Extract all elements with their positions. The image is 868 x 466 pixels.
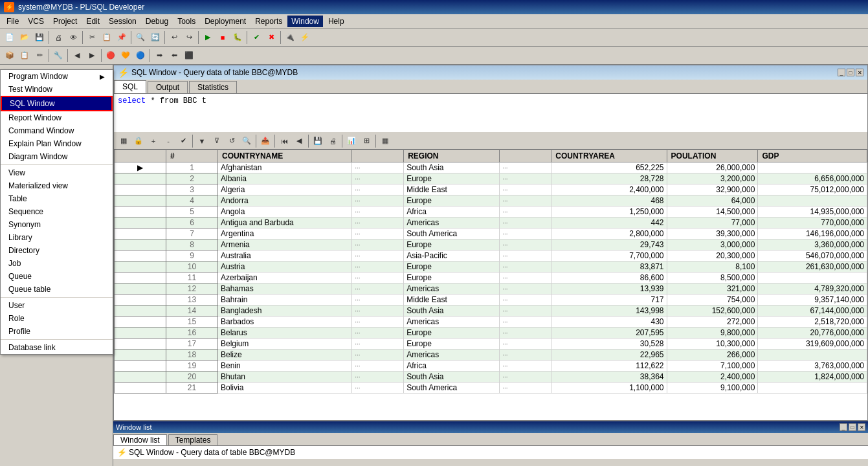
rollback-btn[interactable]: ✖	[264, 30, 278, 45]
tab-output[interactable]: Output	[148, 81, 188, 93]
help2-btn[interactable]: 🔴	[104, 49, 118, 63]
arrow-stop-btn[interactable]: ⬛	[182, 49, 196, 63]
menu-table[interactable]: Table	[1, 192, 113, 205]
print-data-btn[interactable]: 🖨	[326, 134, 340, 148]
tab-window-list[interactable]: Window list	[113, 434, 167, 445]
menu-sql-window[interactable]: SQL Window	[1, 96, 113, 111]
run-btn[interactable]: ▶	[201, 30, 215, 45]
pivot-btn[interactable]: ⊞	[359, 134, 373, 148]
new-btn[interactable]: 📄	[3, 30, 17, 45]
wl-close-btn[interactable]: ✕	[858, 423, 865, 431]
back-btn[interactable]: ◀	[70, 49, 84, 63]
sql-editor[interactable]: select * from BBC t	[114, 94, 867, 133]
query-btn[interactable]: 🔍	[239, 134, 254, 148]
export-btn[interactable]: 📤	[258, 134, 273, 148]
sql-close-btn[interactable]: ✕	[856, 69, 863, 76]
cell-region: Asia-Pacific	[404, 250, 500, 261]
arrow-left-btn[interactable]: ⬅	[167, 49, 181, 63]
menu-profile[interactable]: Profile	[1, 325, 113, 338]
open-btn[interactable]: 📂	[17, 30, 32, 45]
print-btn[interactable]: 🖨	[51, 30, 65, 45]
menu-test-window[interactable]: Test Window	[1, 83, 113, 96]
sql-maximize-btn[interactable]: □	[847, 69, 854, 76]
arrow-right-btn[interactable]: ➡	[152, 49, 166, 63]
forward-btn[interactable]: ▶	[85, 49, 99, 63]
menu-debug[interactable]: Debug	[142, 16, 172, 27]
menu-tools[interactable]: Tools	[173, 16, 199, 27]
menu-explain-window[interactable]: Explain Plan Window	[1, 137, 113, 150]
menu-session[interactable]: Session	[105, 16, 140, 27]
info-btn[interactable]: 🧡	[118, 49, 133, 63]
menu-sequence[interactable]: Sequence	[1, 205, 113, 218]
wl-minimize-btn[interactable]: _	[840, 423, 847, 431]
col-area[interactable]: COUNTRYAREA	[551, 150, 667, 162]
menu-view[interactable]: View	[1, 166, 113, 179]
col-countryname[interactable]: COUNTRYNAME	[218, 150, 352, 162]
col-gdp[interactable]: GDP	[758, 150, 867, 162]
filter2-btn[interactable]: ⊽	[210, 134, 224, 148]
menu-user[interactable]: User	[1, 299, 113, 312]
menu-diagram-window[interactable]: Diagram Window	[1, 150, 113, 163]
menu-deployment[interactable]: Deployment	[201, 16, 250, 27]
prev-btn[interactable]: ◀	[292, 134, 306, 148]
find-btn[interactable]: 🔍	[133, 30, 148, 45]
data-table-wrapper[interactable]: # COUNTRYNAME REGION COUNTRYAREA POULATI…	[114, 150, 867, 420]
menu-edit[interactable]: Edit	[82, 16, 104, 27]
save-data-btn[interactable]: 💾	[311, 134, 325, 148]
replace-btn[interactable]: 🔄	[148, 30, 162, 45]
undo-btn[interactable]: ↩	[167, 30, 181, 45]
menu-report-window[interactable]: Report Window	[1, 111, 113, 124]
menu-help[interactable]: Help	[324, 16, 348, 27]
warning-btn[interactable]: 🔵	[133, 49, 148, 63]
cut-btn[interactable]: ✂	[85, 30, 99, 45]
menu-job[interactable]: Job	[1, 257, 113, 270]
obj-desc-btn[interactable]: 📋	[17, 49, 32, 63]
stop-btn[interactable]: ■	[216, 30, 230, 45]
menu-mat-view[interactable]: Materialized view	[1, 179, 113, 192]
commit-btn[interactable]: ✔	[249, 30, 263, 45]
grid-view-btn[interactable]: ▦	[117, 134, 131, 148]
tab-templates[interactable]: Templates	[168, 434, 218, 445]
wl-maximize-btn[interactable]: □	[849, 423, 856, 431]
format-btn[interactable]: 🔧	[51, 49, 65, 63]
menu-synonym[interactable]: Synonym	[1, 218, 113, 231]
menu-vcs[interactable]: VCS	[24, 16, 48, 27]
menu-program-window[interactable]: Program Window ▶	[1, 70, 113, 83]
tab-statistics[interactable]: Statistics	[189, 81, 237, 93]
delete-row-btn[interactable]: -	[161, 134, 175, 148]
col-region[interactable]: REGION	[404, 150, 500, 162]
lock-btn[interactable]: 🔒	[131, 134, 146, 148]
wl-sql-item[interactable]: ⚡ SQL Window - Query data of table BBC@M…	[117, 448, 295, 457]
chart-btn[interactable]: 📊	[344, 134, 359, 148]
add-row-btn[interactable]: +	[146, 134, 161, 148]
menu-project[interactable]: Project	[49, 16, 81, 27]
menu-window[interactable]: Window	[287, 16, 323, 27]
first-btn[interactable]: ⏮	[277, 134, 291, 148]
redo-btn[interactable]: ↪	[182, 30, 196, 45]
apply-btn[interactable]: ✔	[176, 134, 190, 148]
sql-minimize-btn[interactable]: _	[838, 69, 845, 76]
menu-role[interactable]: Role	[1, 312, 113, 325]
menu-file[interactable]: File	[3, 16, 23, 27]
menu-directory[interactable]: Directory	[1, 244, 113, 257]
menu-queue-table[interactable]: Queue table	[1, 283, 113, 296]
connect-btn[interactable]: 🔌	[283, 30, 297, 45]
menu-command-window[interactable]: Command Window	[1, 124, 113, 137]
save-btn[interactable]: 💾	[32, 30, 47, 45]
obj-edit-btn[interactable]: ✏	[32, 49, 47, 63]
paste-btn[interactable]: 📌	[115, 30, 129, 45]
debug-btn[interactable]: 🐛	[230, 30, 245, 45]
col-pop[interactable]: POULATION	[667, 150, 758, 162]
filter-btn[interactable]: ▼	[195, 134, 209, 148]
menu-queue[interactable]: Queue	[1, 270, 113, 283]
tab-sql[interactable]: SQL	[114, 80, 146, 93]
disconnect-btn[interactable]: ⚡	[298, 30, 312, 45]
obj-browse-btn[interactable]: 📦	[3, 49, 17, 63]
refresh-btn[interactable]: ↺	[225, 134, 239, 148]
preview-btn[interactable]: 👁	[66, 30, 80, 45]
cols-btn[interactable]: ▦	[378, 134, 392, 148]
menu-library[interactable]: Library	[1, 231, 113, 244]
menu-db-link[interactable]: Database link	[1, 341, 113, 354]
copy-btn[interactable]: 📋	[100, 30, 114, 45]
menu-reports[interactable]: Reports	[251, 16, 286, 27]
